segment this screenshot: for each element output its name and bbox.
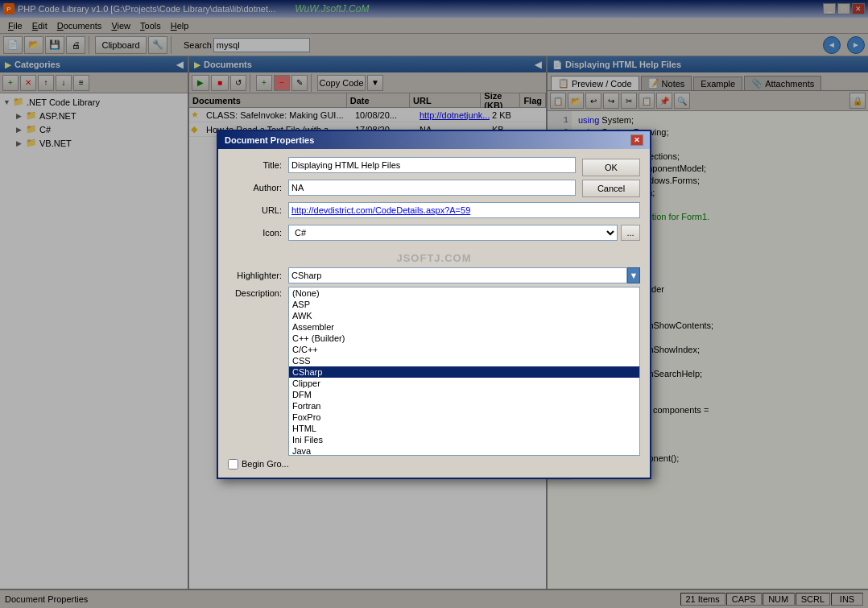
dropdown-list[interactable]: (None) ASP AWK Assembler C++ (Builder) C…	[288, 287, 640, 456]
list-item[interactable]: (None)	[289, 287, 639, 299]
title-input[interactable]	[288, 157, 576, 173]
list-item[interactable]: ASP	[289, 299, 639, 310]
highlighter-dropdown-btn[interactable]: ▼	[627, 267, 640, 283]
document-properties-dialog: Document Properties ✕ Title: Author: OK	[217, 130, 651, 479]
dialog-title-text: Document Properties	[225, 135, 314, 145]
list-item[interactable]: Assembler	[289, 321, 639, 333]
list-item[interactable]: C++ (Builder)	[289, 333, 639, 344]
author-row: Author:	[228, 180, 576, 196]
list-item[interactable]: Clipper	[289, 378, 639, 389]
list-item[interactable]: HTML	[289, 423, 639, 434]
list-item[interactable]: CSS	[289, 355, 639, 366]
title-row: Title:	[228, 157, 576, 173]
begin-group-row: Begin Gro...	[228, 459, 640, 469]
list-item[interactable]: Ini Files	[289, 434, 639, 445]
author-input[interactable]	[288, 180, 576, 196]
list-item[interactable]: FoxPro	[289, 412, 639, 423]
icon-browse-button[interactable]: ...	[621, 225, 640, 241]
list-item[interactable]: Fortran	[289, 400, 639, 412]
url-label: URL:	[228, 205, 288, 215]
dialog-close-button[interactable]: ✕	[630, 134, 643, 146]
highlighter-row: Highlighter: ▼	[228, 267, 640, 283]
dialog-title-bar: Document Properties ✕	[218, 131, 650, 149]
highlighter-label: Highlighter:	[228, 271, 288, 280]
title-label: Title:	[228, 160, 288, 170]
icon-label: Icon:	[228, 228, 288, 238]
dialog-body: Title: Author: OK Cancel URL:	[218, 149, 650, 478]
list-item-selected[interactable]: CSharp	[289, 366, 639, 378]
highlighter-input[interactable]	[288, 267, 627, 283]
icon-select[interactable]: C#	[288, 225, 618, 241]
begin-group-checkbox[interactable]	[228, 459, 238, 469]
list-item[interactable]: Java	[289, 445, 639, 456]
url-row: URL:	[228, 202, 640, 218]
icon-row: Icon: C# ...	[228, 225, 640, 241]
author-label: Author:	[228, 183, 288, 192]
list-item[interactable]: C/C++	[289, 344, 639, 355]
ok-button[interactable]: OK	[582, 159, 640, 176]
begin-group-label: Begin Gro...	[242, 459, 289, 469]
desc-label: Description:	[228, 287, 288, 298]
cancel-button[interactable]: Cancel	[582, 180, 640, 197]
list-item[interactable]: DFM	[289, 389, 639, 400]
desc-row: Description: (None) ASP AWK Assembler C+…	[228, 287, 640, 456]
list-item[interactable]: AWK	[289, 310, 639, 321]
dialog-overlay: Document Properties ✕ Title: Author: OK	[0, 0, 868, 608]
watermark: JSOFTJ.COM	[228, 247, 640, 267]
url-input[interactable]	[288, 202, 640, 218]
